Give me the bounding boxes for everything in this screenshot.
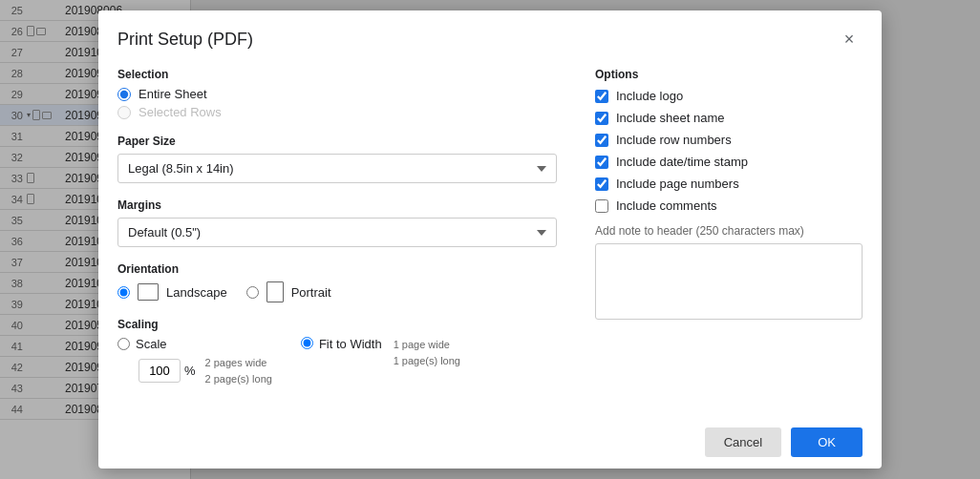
margins-label: Margins: [117, 198, 557, 212]
note-section: Add note to header (250 characters max): [595, 224, 863, 323]
dialog-body: Selection Entire Sheet Selected Rows: [98, 60, 882, 416]
include-datetime-label: Include date/time stamp: [616, 155, 748, 169]
fit-radio[interactable]: [301, 337, 313, 349]
scale-option-group: Scale % 2 pages wide 2 page(s) long: [117, 337, 272, 386]
paper-size-select[interactable]: Legal (8.5in x 14in) Letter (8.5in x 11i…: [117, 154, 557, 183]
scaling-options: Scale % 2 pages wide 2 page(s) long: [117, 337, 557, 386]
note-max-chars: (250 characters max): [695, 224, 803, 238]
orientation-section: Orientation Landscape Portrait: [117, 262, 557, 302]
selected-rows-option[interactable]: Selected Rows: [117, 105, 557, 119]
scale-description: 2 pages wide 2 page(s) long: [205, 355, 272, 386]
orientation-label: Orientation: [117, 262, 557, 276]
scale-radio-option[interactable]: Scale: [117, 337, 272, 351]
scale-radio[interactable]: [117, 338, 130, 350]
left-column: Selection Entire Sheet Selected Rows: [117, 68, 557, 401]
dialog-header: Print Setup (PDF) ×: [98, 10, 882, 60]
scaling-label: Scaling: [117, 318, 557, 331]
scale-input[interactable]: [138, 359, 181, 383]
entire-sheet-label: Entire Sheet: [138, 87, 207, 101]
ok-button[interactable]: OK: [791, 427, 863, 457]
modal-overlay: Print Setup (PDF) × Selection Entire She…: [0, 0, 980, 479]
include-comments-option[interactable]: Include comments: [595, 198, 863, 213]
scale-desc-wide: 2 pages wide: [205, 355, 272, 371]
options-checkboxes: Include logo Include sheet name Include …: [595, 89, 863, 213]
selection-label: Selection: [117, 68, 557, 81]
portrait-icon: [266, 281, 284, 302]
paper-size-section: Paper Size Legal (8.5in x 14in) Letter (…: [117, 135, 557, 183]
include-logo-option[interactable]: Include logo: [595, 89, 863, 103]
selected-rows-label: Selected Rows: [138, 105, 222, 119]
dialog-footer: Cancel OK: [98, 416, 882, 469]
right-column: Options Include logo Include sheet name: [595, 68, 863, 401]
options-label: Options: [595, 68, 863, 81]
include-page-numbers-label: Include page numbers: [616, 177, 739, 191]
margins-select[interactable]: Default (0.5") Narrow (0.25") Wide (1"): [117, 218, 557, 247]
entire-sheet-option[interactable]: Entire Sheet: [117, 87, 557, 101]
selection-radio-group: Entire Sheet Selected Rows: [117, 87, 557, 119]
scale-desc-long: 2 page(s) long: [205, 371, 272, 387]
scale-input-group: % 2 pages wide 2 page(s) long: [138, 355, 272, 386]
portrait-label: Portrait: [291, 285, 331, 300]
selection-section: Selection Entire Sheet Selected Rows: [117, 68, 557, 119]
include-row-numbers-checkbox[interactable]: [595, 134, 608, 147]
include-row-numbers-label: Include row numbers: [616, 133, 732, 147]
include-row-numbers-option[interactable]: Include row numbers: [595, 133, 863, 147]
landscape-radio[interactable]: [117, 286, 130, 299]
close-button[interactable]: ×: [836, 26, 863, 52]
portrait-radio[interactable]: [246, 286, 259, 299]
fit-option-group: Fit to Width 1 page wide 1 page(s) long: [301, 337, 460, 368]
selected-rows-radio[interactable]: [117, 106, 131, 119]
include-comments-label: Include comments: [616, 198, 717, 213]
scaling-section: Scaling Scale % 2: [117, 318, 557, 386]
fit-label: Fit to Width: [319, 337, 382, 351]
scale-label: Scale: [136, 337, 167, 351]
include-datetime-option[interactable]: Include date/time stamp: [595, 155, 863, 169]
landscape-icon: [138, 283, 159, 301]
portrait-option[interactable]: Portrait: [246, 281, 331, 302]
include-logo-label: Include logo: [616, 89, 683, 103]
fit-desc-long: 1 page(s) long: [394, 353, 460, 369]
fit-description: 1 page wide 1 page(s) long: [394, 337, 460, 368]
note-textarea[interactable]: [595, 243, 863, 320]
margins-section: Margins Default (0.5") Narrow (0.25") Wi…: [117, 198, 557, 247]
include-sheet-name-checkbox[interactable]: [595, 112, 608, 125]
print-setup-dialog: Print Setup (PDF) × Selection Entire She…: [98, 10, 882, 469]
scale-percent: %: [184, 364, 196, 378]
options-section: Options Include logo Include sheet name: [595, 68, 863, 213]
landscape-option[interactable]: Landscape: [117, 283, 227, 301]
note-label: Add note to header (250 characters max): [595, 224, 863, 238]
include-logo-checkbox[interactable]: [595, 90, 608, 103]
landscape-label: Landscape: [166, 285, 227, 300]
fit-desc-wide: 1 page wide: [394, 337, 460, 353]
include-page-numbers-option[interactable]: Include page numbers: [595, 177, 863, 191]
note-label-text: Add note to header: [595, 224, 692, 238]
orientation-options: Landscape Portrait: [117, 281, 557, 302]
dialog-title: Print Setup (PDF): [117, 30, 253, 50]
fit-radio-option[interactable]: Fit to Width 1 page wide 1 page(s) long: [301, 337, 460, 368]
include-sheet-name-option[interactable]: Include sheet name: [595, 111, 863, 125]
include-comments-checkbox[interactable]: [595, 199, 608, 213]
cancel-button[interactable]: Cancel: [705, 427, 781, 457]
paper-size-label: Paper Size: [117, 135, 557, 148]
include-datetime-checkbox[interactable]: [595, 156, 608, 169]
include-sheet-name-label: Include sheet name: [616, 111, 724, 125]
entire-sheet-radio[interactable]: [117, 88, 131, 101]
include-page-numbers-checkbox[interactable]: [595, 177, 608, 191]
